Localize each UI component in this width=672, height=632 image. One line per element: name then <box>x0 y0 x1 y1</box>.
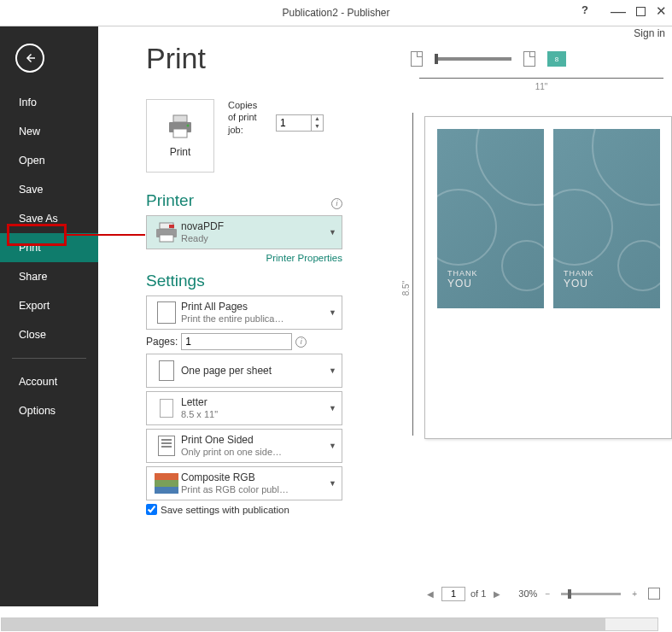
svg-rect-3 <box>173 129 187 138</box>
layout-dropdown[interactable]: One page per sheet ▼ <box>146 354 342 388</box>
sign-in-link[interactable]: Sign in <box>634 27 665 39</box>
save-settings-input[interactable] <box>146 504 157 515</box>
zoom-slider[interactable] <box>561 593 621 595</box>
prev-page-button[interactable]: ◀ <box>424 589 436 599</box>
nav-separator <box>12 358 86 359</box>
one-sided-icon <box>158 436 175 456</box>
zoom-label: 30% <box>518 588 537 599</box>
page-number-input[interactable] <box>441 587 465 601</box>
svg-rect-7 <box>160 235 173 242</box>
copies-down[interactable]: ▼ <box>312 123 323 131</box>
print-button-label: Print <box>170 146 191 158</box>
print-range-dropdown[interactable]: Print All Pages Print the entire publica… <box>146 296 342 330</box>
print-button[interactable]: Print <box>146 99 214 173</box>
nav-account[interactable]: Account <box>0 367 98 396</box>
print-range-sub: Print the entire publica… <box>181 313 292 325</box>
printer-icon <box>166 114 195 139</box>
pages-info-icon[interactable]: i <box>295 336 307 348</box>
nav-export[interactable]: Export <box>0 291 98 320</box>
svg-rect-2 <box>173 115 187 122</box>
pages-label: Pages: <box>146 336 178 348</box>
nav-share[interactable]: Share <box>0 262 98 291</box>
zoom-badge[interactable]: 8 <box>547 51 566 67</box>
nav-close[interactable]: Close <box>0 320 98 349</box>
scrollbar-thumb[interactable] <box>2 618 605 630</box>
slider-a[interactable] <box>435 57 511 61</box>
minimize-icon[interactable]: — <box>611 8 626 15</box>
sided-dropdown[interactable]: Print One Sided Only print on one side… … <box>146 429 342 463</box>
svg-point-4 <box>187 125 190 127</box>
backstage-sidebar: Info New Open Save Save As Print Share E… <box>0 26 98 606</box>
color-dropdown[interactable]: Composite RGB Print as RGB color publ… ▼ <box>146 466 342 500</box>
settings-heading: Settings <box>146 272 342 290</box>
printer-properties-link[interactable]: Printer Properties <box>146 253 342 263</box>
horizontal-scrollbar[interactable] <box>1 617 658 631</box>
single-page-icon <box>159 360 174 381</box>
chevron-down-icon: ▼ <box>329 228 336 237</box>
pages-icon <box>157 301 176 324</box>
color-label: Composite RGB <box>181 471 329 483</box>
paper-label: Letter <box>181 396 329 408</box>
page-icon-a[interactable] <box>411 51 423 67</box>
printer-heading: Printer <box>146 191 194 210</box>
printer-info-icon[interactable]: i <box>331 198 342 209</box>
fit-page-button[interactable] <box>648 588 660 600</box>
annotation-arrow <box>67 234 145 236</box>
printer-status: Ready <box>181 233 292 244</box>
chevron-down-icon: ▼ <box>329 404 336 413</box>
chevron-down-icon: ▼ <box>329 442 336 450</box>
zoom-out-button[interactable]: − <box>542 589 552 599</box>
preview-toolbar: 8 <box>368 42 672 76</box>
copies-input[interactable] <box>277 115 311 131</box>
restore-icon[interactable] <box>636 7 646 16</box>
nav-print[interactable]: Print <box>0 233 98 262</box>
svg-rect-8 <box>169 225 174 228</box>
preview-card-1: THANKYOU <box>437 129 544 308</box>
nav-open[interactable]: Open <box>0 146 98 175</box>
close-icon[interactable]: ✕ <box>656 3 667 19</box>
help-icon[interactable]: ? <box>581 3 588 16</box>
paper-dropdown[interactable]: Letter 8.5 x 11" ▼ <box>146 391 342 425</box>
save-settings-label: Save settings with publication <box>161 505 289 515</box>
window-title: Publication2 - Publisher <box>282 7 389 19</box>
save-settings-checkbox[interactable]: Save settings with publication <box>146 504 342 515</box>
paper-sub: 8.5 x 11" <box>181 409 292 420</box>
preview-statusbar: ◀ of 1 ▶ 30% − + <box>368 581 672 606</box>
page-title: Print <box>146 42 342 75</box>
printer-device-icon <box>152 222 181 243</box>
nav-save[interactable]: Save <box>0 175 98 204</box>
nav-info[interactable]: Info <box>0 88 98 117</box>
pages-input[interactable] <box>181 333 292 350</box>
ruler-height-label: 8.5" <box>401 281 411 296</box>
nav-options[interactable]: Options <box>0 396 98 425</box>
printer-name: novaPDF <box>181 220 329 232</box>
layout-label: One page per sheet <box>181 365 329 377</box>
preview-sheet: THANKYOU THANKYOU <box>424 116 672 439</box>
ruler-width-label: 11" <box>535 82 548 91</box>
chevron-down-icon: ▼ <box>329 479 336 488</box>
page-of-label: of 1 <box>470 588 486 599</box>
sided-sub: Only print on one side… <box>181 447 292 458</box>
zoom-in-button[interactable]: + <box>629 589 640 599</box>
print-range-label: Print All Pages <box>181 301 329 313</box>
sided-label: Print One Sided <box>181 434 329 446</box>
back-button[interactable] <box>15 44 44 73</box>
printer-dropdown[interactable]: novaPDF Ready ▼ <box>146 215 342 249</box>
chevron-down-icon: ▼ <box>329 366 336 375</box>
nav-save-as[interactable]: Save As <box>0 204 98 233</box>
chevron-down-icon: ▼ <box>329 308 336 317</box>
paper-icon <box>160 399 173 418</box>
preview-card-2: THANKYOU <box>553 129 660 308</box>
nav-new[interactable]: New <box>0 117 98 146</box>
copies-up[interactable]: ▲ <box>312 115 323 123</box>
next-page-button[interactable]: ▶ <box>491 589 503 599</box>
color-sub: Print as RGB color publ… <box>181 484 292 495</box>
copies-label: Copies of print job: <box>228 99 262 136</box>
copies-spinner[interactable]: ▲▼ <box>276 114 324 132</box>
page-icon-b[interactable] <box>523 51 535 67</box>
rgb-icon <box>155 473 178 494</box>
